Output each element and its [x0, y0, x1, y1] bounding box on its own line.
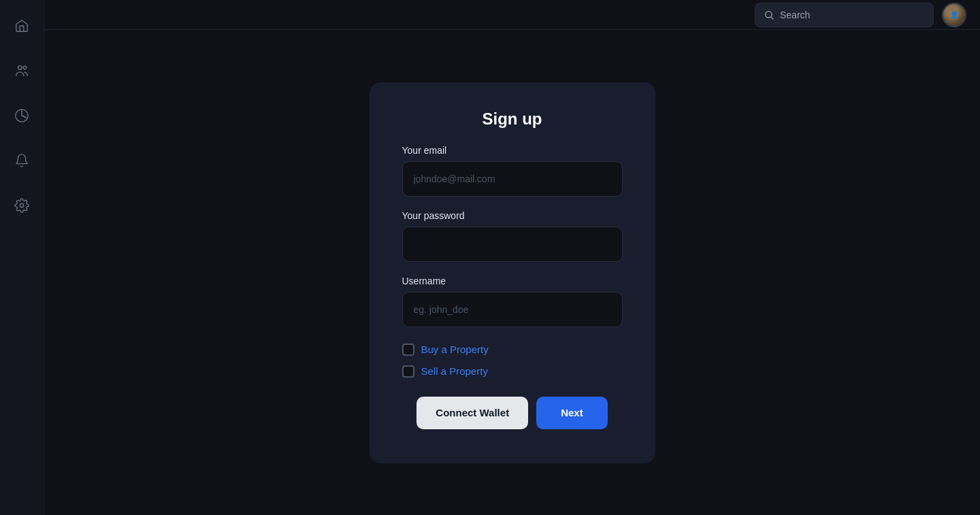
- settings-icon[interactable]: [10, 193, 34, 218]
- password-field[interactable]: [402, 227, 623, 262]
- avatar-image: 👤: [943, 4, 965, 26]
- search-box[interactable]: [755, 3, 934, 27]
- home-icon[interactable]: [10, 14, 34, 38]
- next-button[interactable]: Next: [536, 397, 608, 429]
- buy-property-checkbox-item[interactable]: Buy a Property: [402, 344, 623, 356]
- svg-point-2: [20, 203, 24, 207]
- sell-property-label: Sell a Property: [421, 365, 488, 377]
- search-input[interactable]: [780, 10, 925, 20]
- svg-point-0: [18, 66, 22, 70]
- users-icon[interactable]: [10, 59, 34, 83]
- connect-wallet-button[interactable]: Connect Wallet: [416, 397, 528, 429]
- username-field[interactable]: [402, 292, 623, 327]
- email-label: Your email: [402, 145, 623, 156]
- password-label: Your password: [402, 210, 623, 221]
- buy-property-checkbox[interactable]: [402, 344, 414, 356]
- signup-card: Sign up Your email Your password Usernam…: [370, 82, 655, 463]
- password-group: Your password: [402, 210, 623, 262]
- checkbox-group: Buy a Property Sell a Property: [402, 344, 623, 378]
- avatar[interactable]: 👤: [942, 3, 966, 27]
- page-content: Sign up Your email Your password Usernam…: [44, 30, 980, 515]
- sell-property-checkbox[interactable]: [402, 365, 414, 378]
- button-row: Connect Wallet Next: [402, 397, 623, 429]
- username-group: Username: [402, 276, 623, 327]
- sidebar: [0, 0, 44, 515]
- svg-point-3: [766, 11, 772, 17]
- chart-icon[interactable]: [10, 103, 34, 128]
- svg-point-1: [23, 66, 27, 69]
- bell-icon[interactable]: [10, 148, 34, 173]
- email-field[interactable]: [402, 161, 623, 197]
- sell-property-checkbox-item[interactable]: Sell a Property: [402, 365, 623, 378]
- svg-line-4: [771, 17, 773, 19]
- search-icon: [764, 10, 774, 20]
- signup-title: Sign up: [402, 110, 623, 129]
- email-group: Your email: [402, 145, 623, 197]
- buy-property-label: Buy a Property: [421, 344, 489, 355]
- main-content: 👤 Sign up Your email Your password Usern…: [44, 0, 980, 515]
- username-label: Username: [402, 276, 623, 286]
- header: 👤: [44, 0, 980, 30]
